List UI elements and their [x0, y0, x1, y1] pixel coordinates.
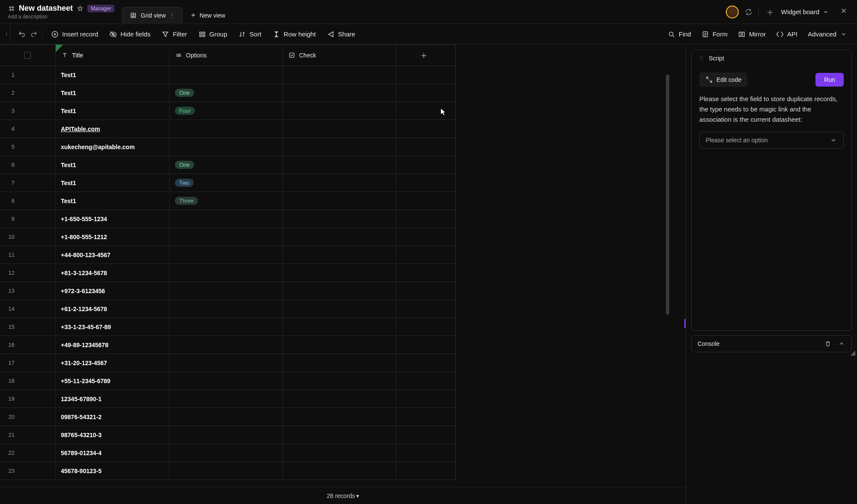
add-column-button[interactable]: ＋ — [396, 45, 452, 66]
options-cell[interactable]: Three — [170, 192, 283, 210]
run-button[interactable]: Run — [815, 73, 844, 87]
options-cell[interactable] — [170, 282, 283, 300]
table-row[interactable]: 1Test1 — [0, 66, 455, 84]
table-row[interactable]: 3Test1Four — [0, 102, 455, 120]
row-height-button[interactable]: Row height — [267, 28, 321, 41]
check-cell[interactable] — [283, 354, 396, 372]
title-cell[interactable]: APITable.com — [56, 120, 170, 138]
check-cell[interactable] — [283, 444, 396, 462]
options-cell[interactable] — [170, 66, 283, 84]
table-row[interactable]: 2009876-54321-2 — [0, 408, 455, 426]
row-select-cell[interactable] — [19, 174, 56, 192]
table-row[interactable]: 5xukecheng@apitable.com — [0, 138, 455, 156]
options-cell[interactable] — [170, 228, 283, 246]
title-cell[interactable]: +972-3-6123456 — [56, 282, 170, 300]
options-cell[interactable] — [170, 372, 283, 390]
title-cell[interactable]: Test1 — [56, 102, 170, 120]
description-placeholder[interactable]: Add a description — [8, 14, 114, 20]
drag-handle-icon[interactable] — [698, 54, 705, 62]
table-row[interactable]: 6Test1One — [0, 156, 455, 174]
title-cell[interactable]: 09876-54321-2 — [56, 408, 170, 426]
share-button[interactable]: Share — [322, 28, 360, 41]
row-select-cell[interactable] — [19, 66, 56, 84]
options-cell[interactable] — [170, 300, 283, 318]
row-select-cell[interactable] — [19, 120, 56, 138]
edit-code-button[interactable]: Edit code — [699, 72, 747, 87]
title-cell[interactable]: Test1 — [56, 192, 170, 210]
check-cell[interactable] — [283, 300, 396, 318]
title-cell[interactable]: +31-20-123-4567 — [56, 354, 170, 372]
options-cell[interactable]: Two — [170, 174, 283, 192]
row-select-cell[interactable] — [19, 354, 56, 372]
check-cell[interactable] — [283, 390, 396, 408]
row-select-cell[interactable] — [19, 102, 56, 120]
check-cell[interactable] — [283, 426, 396, 444]
check-cell[interactable] — [283, 174, 396, 192]
row-select-cell[interactable] — [19, 372, 56, 390]
filter-button[interactable]: Filter — [156, 28, 192, 41]
row-select-cell[interactable] — [19, 192, 56, 210]
table-row[interactable]: 2345678-90123-5 — [0, 462, 455, 480]
check-cell[interactable] — [283, 120, 396, 138]
trash-icon[interactable] — [824, 340, 832, 348]
options-cell[interactable] — [170, 264, 283, 282]
api-button[interactable]: API — [771, 28, 803, 41]
row-select-cell[interactable] — [19, 246, 56, 264]
row-select-cell[interactable] — [19, 138, 56, 156]
table-row[interactable]: 13+972-3-6123456 — [0, 282, 455, 300]
table-row[interactable]: 18+55-11-2345-6789 — [0, 372, 455, 390]
check-cell[interactable] — [283, 102, 396, 120]
title-cell[interactable]: +33-1-23-45-67-89 — [56, 318, 170, 336]
check-cell[interactable] — [283, 336, 396, 354]
check-cell[interactable] — [283, 264, 396, 282]
check-cell[interactable] — [283, 282, 396, 300]
row-select-cell[interactable] — [19, 210, 56, 228]
row-select-cell[interactable] — [19, 264, 56, 282]
row-select-cell[interactable] — [19, 444, 56, 462]
options-cell[interactable] — [170, 408, 283, 426]
row-select-cell[interactable] — [19, 408, 56, 426]
options-cell[interactable] — [170, 426, 283, 444]
check-cell[interactable] — [283, 210, 396, 228]
table-row[interactable]: 16+49-89-12345678 — [0, 336, 455, 354]
options-cell[interactable] — [170, 210, 283, 228]
options-cell[interactable] — [170, 444, 283, 462]
title-cell[interactable]: 12345-67890-1 — [56, 390, 170, 408]
group-button[interactable]: Group — [193, 28, 233, 41]
check-cell[interactable] — [283, 192, 396, 210]
row-select-cell[interactable] — [19, 228, 56, 246]
options-cell[interactable]: One — [170, 84, 283, 102]
options-cell[interactable]: Four — [170, 102, 283, 120]
title-cell[interactable]: +49-89-12345678 — [56, 336, 170, 354]
options-cell[interactable] — [170, 246, 283, 264]
table-row[interactable]: 11+44-800-123-4567 — [0, 246, 455, 264]
row-select-cell[interactable] — [19, 300, 56, 318]
title-cell[interactable]: +81-3-1234-5678 — [56, 264, 170, 282]
insert-record-button[interactable]: Insert record — [46, 28, 103, 41]
form-button[interactable]: Form — [696, 28, 733, 41]
star-icon[interactable] — [76, 5, 84, 12]
title-cell[interactable]: +44-800-123-4567 — [56, 246, 170, 264]
row-select-cell[interactable] — [19, 156, 56, 174]
options-cell[interactable] — [170, 354, 283, 372]
scrollbar-vertical[interactable] — [666, 75, 669, 315]
redo-button[interactable] — [30, 30, 38, 38]
grid-view-tab[interactable]: Grid view ⋮ — [122, 7, 182, 24]
check-cell[interactable] — [283, 318, 396, 336]
title-cell[interactable]: Test1 — [56, 84, 170, 102]
table-row[interactable]: 2256789-01234-4 — [0, 444, 455, 462]
avatar[interactable] — [726, 6, 739, 18]
title-cell[interactable]: +1-650-555-1234 — [56, 210, 170, 228]
options-cell[interactable]: One — [170, 156, 283, 174]
check-cell[interactable] — [283, 228, 396, 246]
table-row[interactable]: 9+1-650-555-1234 — [0, 210, 455, 228]
title-cell[interactable]: 98765-43210-3 — [56, 426, 170, 444]
check-cell[interactable] — [283, 246, 396, 264]
title-cell[interactable]: Test1 — [56, 156, 170, 174]
panel-resize-handle[interactable] — [684, 319, 686, 328]
table-row[interactable]: 15+33-1-23-45-67-89 — [0, 318, 455, 336]
view-more-icon[interactable]: ⋮ — [169, 12, 175, 19]
field-select-dropdown[interactable]: Please select an option — [699, 132, 844, 149]
options-cell[interactable] — [170, 390, 283, 408]
options-cell[interactable] — [170, 120, 283, 138]
